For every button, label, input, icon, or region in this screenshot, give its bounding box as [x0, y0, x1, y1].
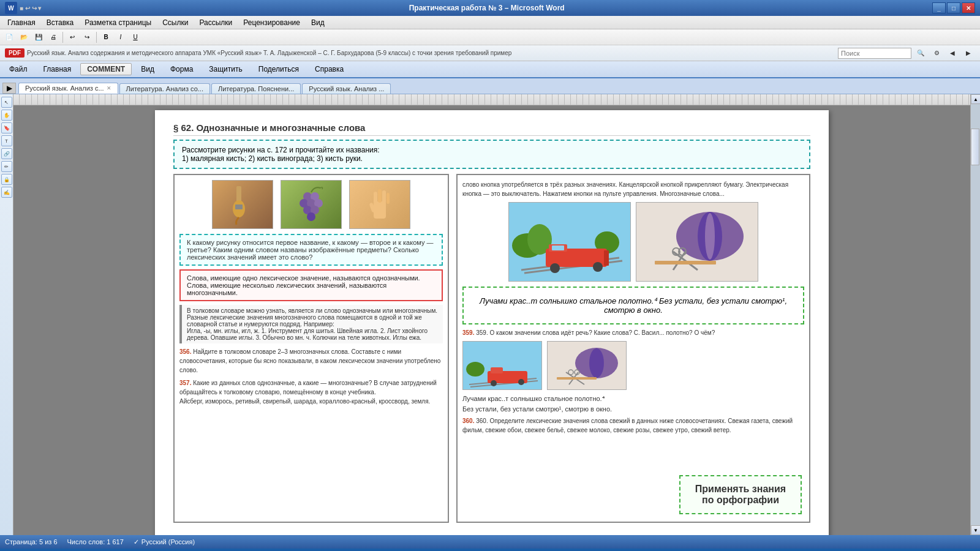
status-words: Число слов: 1 617 [67, 538, 124, 545]
ruler-marks [13, 94, 970, 105]
title-bar-left: W ■ ↩ ↪ ▾ [5, 2, 41, 14]
apply-knowledge-box: Применять знания по орфографии [679, 475, 802, 514]
svg-rect-37 [655, 261, 716, 264]
taskbar: Пуск e 📁 PDF Я 🔊 Я W Практическая... 🌐 ⬤… [0, 549, 980, 551]
svg-rect-15 [386, 193, 390, 204]
menu-references[interactable]: Ссылки [157, 17, 193, 28]
svg-point-10 [307, 212, 315, 221]
ribbon-help[interactable]: Справка [308, 63, 350, 75]
lower-image-row [462, 341, 804, 390]
menu-view[interactable]: Вид [306, 17, 330, 28]
tab-row: ▶ Русский язык. Анализ с... ✕ Литература… [0, 78, 980, 94]
svg-point-44 [491, 380, 497, 386]
italic-btn[interactable]: I [114, 31, 127, 43]
undo-btn[interactable]: ↩ [66, 31, 79, 43]
nav-prev-btn[interactable]: ◀ [946, 47, 959, 59]
ribbon-form[interactable]: Форма [164, 63, 200, 75]
menu-page-layout[interactable]: Разметка страницы [80, 17, 156, 28]
svg-point-39 [466, 362, 484, 377]
word-app-icon: W [5, 2, 17, 14]
pdf-icon: PDF [5, 48, 24, 58]
new-btn[interactable]: 📄 [2, 31, 16, 43]
tool-annotation[interactable]: ✏ [1, 161, 12, 172]
underline-btn[interactable]: U [129, 31, 142, 43]
intro-text: Рассмотрите рисунки на с. 172 и прочитай… [182, 146, 380, 163]
ex-360-num: 360. [462, 418, 474, 424]
scroll-thumb[interactable] [971, 129, 979, 165]
ribbon-file[interactable]: Файл [2, 63, 34, 75]
toolbar-sep2 [96, 32, 97, 43]
scroll-track[interactable] [971, 104, 980, 525]
image-brush [212, 180, 273, 229]
menu-home[interactable]: Главная [2, 17, 40, 28]
tab-2[interactable]: Литература. Пояснени... [211, 83, 301, 94]
doc-content: § 62. Однозначные и многозначные слова Р… [13, 105, 970, 535]
tool-edit[interactable]: ✍ [1, 187, 12, 198]
print-btn[interactable]: 🖨 [47, 31, 60, 43]
pdf-title: Русский язык. Анализ содержания и методи… [27, 50, 835, 56]
left-column: К какому рисунку относится первое назван… [173, 174, 449, 523]
svg-point-27 [593, 262, 603, 272]
svg-point-48 [589, 348, 604, 378]
tab-2-label: Литература. Пояснени... [218, 85, 294, 92]
maximize-button[interactable]: □ [947, 2, 960, 13]
right-image-row [462, 202, 804, 282]
scroll-down-btn[interactable]: ▼ [971, 525, 980, 535]
ex-360-text: 360. 360. Определите лексические значени… [462, 416, 804, 435]
menu-insert[interactable]: Вставка [42, 17, 79, 28]
redo-btn[interactable]: ↪ [80, 31, 94, 43]
search-button[interactable]: 🔍 [914, 47, 927, 59]
svg-rect-2 [235, 204, 243, 209]
ribbon-share[interactable]: Поделиться [252, 63, 306, 75]
lower-fabric-image [547, 341, 627, 390]
standard-toolbar: 📄 📂 💾 🖨 ↩ ↪ B I U [0, 29, 980, 45]
settings-btn[interactable]: ⚙ [930, 47, 943, 59]
tab-3[interactable]: Русский язык. Анализ ... [302, 83, 391, 94]
ribbon-view[interactable]: Вид [134, 63, 161, 75]
question-text: К какому рисунку относится первое назван… [187, 239, 434, 261]
vertical-scrollbar[interactable]: ▲ ▼ [970, 94, 980, 535]
bold-btn[interactable]: B [99, 31, 113, 43]
menu-mailings[interactable]: Рассылки [194, 17, 237, 28]
ribbon: Файл Главная COMMENT Вид Форма Защитить … [0, 61, 980, 78]
close-button[interactable]: ✕ [962, 2, 975, 13]
ribbon-comment[interactable]: COMMENT [80, 63, 132, 75]
nav-next-btn[interactable]: ▶ [962, 47, 975, 59]
menu-review[interactable]: Рецензирование [238, 17, 305, 28]
quick-access-toolbar: ■ ↩ ↪ ▾ [20, 5, 41, 12]
right-top-text: слово кнопка употребляется в трёх разных… [462, 180, 804, 198]
tool-link[interactable]: 🔗 [1, 148, 12, 159]
apply-knowledge-text: Применять знания по орфографии [695, 484, 786, 505]
tool-pointer[interactable]: ↖ [1, 97, 12, 108]
lower-poem-text: Лучами крас..т солнышко стальное полотно… [462, 394, 804, 404]
ex-360-content: 360. Определите лексические значения сло… [462, 418, 793, 433]
ribbon-home[interactable]: Главная [37, 63, 78, 75]
tool-hand[interactable]: ✋ [1, 110, 12, 121]
save-btn[interactable]: 💾 [32, 31, 45, 43]
menu-bar: Главная Вставка Разметка страницы Ссылки… [0, 16, 980, 29]
open-btn[interactable]: 📂 [17, 31, 31, 43]
ex-359-text: 359. 359. О каком значении слова идёт ре… [462, 328, 804, 337]
tab-0[interactable]: Русский язык. Анализ с... ✕ [18, 83, 118, 94]
definition-text: Слова, имеющие одно лексическое значение… [187, 274, 420, 296]
tool-text[interactable]: T [1, 135, 12, 146]
ribbon-protect[interactable]: Защитить [202, 63, 249, 75]
pdf-toolbar-right: 🔍 ⚙ ◀ ▶ [838, 47, 975, 59]
ex-357-num: 357. [179, 380, 191, 386]
exercise-356: 356. Найдите в толковом словаре 2–3 мног… [179, 347, 443, 375]
tab-0-label: Русский язык. Анализ с... [25, 84, 104, 92]
scroll-up-btn[interactable]: ▲ [971, 94, 980, 104]
ex-359-num: 359. [462, 329, 474, 336]
fabric-image [636, 202, 758, 282]
ex-357-text: Какие из данных слов однозначные, а каки… [179, 380, 437, 405]
tab-0-close[interactable]: ✕ [107, 85, 111, 91]
svg-rect-14 [382, 190, 386, 204]
minimize-button[interactable]: _ [932, 2, 946, 13]
tab-1[interactable]: Литература. Анализ со... [119, 83, 210, 94]
tool-lock[interactable]: 🔒 [1, 174, 12, 185]
poem-box: Лучами крас..т солнышко стальное полотно… [462, 287, 804, 324]
search-input[interactable] [838, 48, 911, 59]
svg-rect-53 [557, 377, 597, 380]
tool-bookmark[interactable]: 🔖 [1, 122, 12, 133]
tab-scroll-left[interactable]: ▶ [2, 83, 16, 94]
